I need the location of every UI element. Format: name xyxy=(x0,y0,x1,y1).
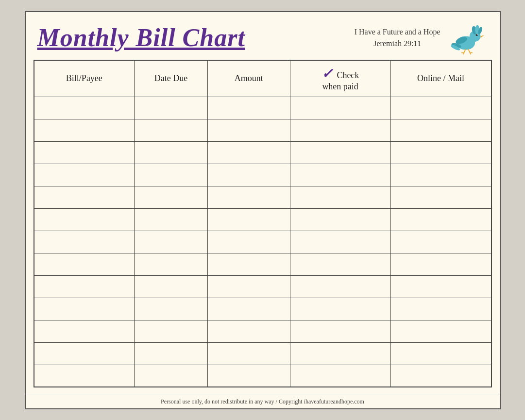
svg-marker-2 xyxy=(480,34,484,37)
table-cell[interactable] xyxy=(390,186,491,208)
table-cell[interactable] xyxy=(207,164,290,186)
table-cell[interactable] xyxy=(290,97,390,119)
table-cell[interactable] xyxy=(390,365,491,387)
page-title: Monthly Bill Chart xyxy=(37,23,245,52)
table-body xyxy=(34,97,491,387)
table-cell[interactable] xyxy=(34,119,135,141)
table-cell[interactable] xyxy=(135,275,208,298)
table-cell[interactable] xyxy=(390,298,491,320)
tagline: I Have a Future and a Hope Jeremiah 29:1… xyxy=(355,26,440,50)
table-cell[interactable] xyxy=(290,253,390,275)
table-cell[interactable] xyxy=(135,164,208,186)
table-cell[interactable] xyxy=(390,275,491,298)
table-cell[interactable] xyxy=(290,342,390,365)
table-cell[interactable] xyxy=(207,231,290,253)
table-cell[interactable] xyxy=(207,208,290,231)
table-cell[interactable] xyxy=(207,119,290,141)
table-cell[interactable] xyxy=(135,208,208,231)
table-cell[interactable] xyxy=(207,320,290,342)
table-cell[interactable] xyxy=(390,141,491,164)
table-cell[interactable] xyxy=(135,342,208,365)
table-cell[interactable] xyxy=(390,231,491,253)
svg-point-3 xyxy=(475,34,477,35)
table-row xyxy=(34,141,491,164)
footer-text: Personal use only, do not redistribute i… xyxy=(161,398,364,405)
bill-table: Bill/Payee Date Due Amount ✓ Checkwhen p… xyxy=(34,60,492,388)
table-cell[interactable] xyxy=(290,119,390,141)
check-mark-icon: ✓ xyxy=(322,66,333,81)
table-cell[interactable] xyxy=(34,208,135,231)
table-cell[interactable] xyxy=(207,365,290,387)
col-header-amount: Amount xyxy=(207,60,290,97)
table-cell[interactable] xyxy=(34,141,135,164)
table-cell[interactable] xyxy=(290,298,390,320)
table-cell[interactable] xyxy=(135,365,208,387)
table-cell[interactable] xyxy=(34,253,135,275)
bird-icon xyxy=(449,21,488,55)
page: Monthly Bill Chart I Have a Future and a… xyxy=(25,11,501,409)
table-row xyxy=(34,186,491,208)
svg-point-4 xyxy=(476,34,477,35)
table-cell[interactable] xyxy=(390,320,491,342)
footer: Personal use only, do not redistribute i… xyxy=(26,394,500,408)
header: Monthly Bill Chart I Have a Future and a… xyxy=(26,12,500,60)
table-cell[interactable] xyxy=(390,164,491,186)
table-cell[interactable] xyxy=(135,231,208,253)
table-row xyxy=(34,164,491,186)
table-row xyxy=(34,97,491,119)
col-header-check: ✓ Checkwhen paid xyxy=(290,60,390,97)
table-row xyxy=(34,365,491,387)
table-cell[interactable] xyxy=(135,320,208,342)
table-cell[interactable] xyxy=(207,342,290,365)
table-cell[interactable] xyxy=(290,186,390,208)
table-cell[interactable] xyxy=(207,186,290,208)
table-cell[interactable] xyxy=(290,231,390,253)
table-cell[interactable] xyxy=(34,342,135,365)
table-row xyxy=(34,231,491,253)
col-header-date: Date Due xyxy=(135,60,208,97)
table-row xyxy=(34,253,491,275)
table-row xyxy=(34,298,491,320)
table-cell[interactable] xyxy=(390,342,491,365)
table-cell[interactable] xyxy=(390,97,491,119)
table-row xyxy=(34,208,491,231)
table-cell[interactable] xyxy=(290,320,390,342)
table-cell[interactable] xyxy=(135,253,208,275)
svg-line-12 xyxy=(468,49,470,52)
table-cell[interactable] xyxy=(290,141,390,164)
table-cell[interactable] xyxy=(135,119,208,141)
table-cell[interactable] xyxy=(135,186,208,208)
table-cell[interactable] xyxy=(207,275,290,298)
table-cell[interactable] xyxy=(390,208,491,231)
header-right: I Have a Future and a Hope Jeremiah 29:1… xyxy=(355,21,488,55)
table-row xyxy=(34,342,491,365)
table-row xyxy=(34,275,491,298)
table-cell[interactable] xyxy=(135,97,208,119)
table-cell[interactable] xyxy=(34,97,135,119)
table-cell[interactable] xyxy=(135,298,208,320)
table-cell[interactable] xyxy=(207,253,290,275)
table-cell[interactable] xyxy=(34,186,135,208)
table-cell[interactable] xyxy=(207,141,290,164)
table-cell[interactable] xyxy=(290,164,390,186)
table-cell[interactable] xyxy=(207,298,290,320)
table-cell[interactable] xyxy=(34,275,135,298)
table-cell[interactable] xyxy=(290,208,390,231)
col-header-online: Online / Mail xyxy=(390,60,491,97)
table-cell[interactable] xyxy=(34,298,135,320)
table-cell[interactable] xyxy=(34,164,135,186)
table-cell[interactable] xyxy=(390,253,491,275)
table-cell[interactable] xyxy=(34,365,135,387)
table-cell[interactable] xyxy=(34,231,135,253)
table-wrapper: Bill/Payee Date Due Amount ✓ Checkwhen p… xyxy=(26,60,500,390)
table-cell[interactable] xyxy=(34,320,135,342)
table-cell[interactable] xyxy=(135,141,208,164)
table-cell[interactable] xyxy=(290,275,390,298)
table-row xyxy=(34,119,491,141)
col-header-bill: Bill/Payee xyxy=(34,60,135,97)
table-row xyxy=(34,320,491,342)
table-cell[interactable] xyxy=(390,119,491,141)
table-cell[interactable] xyxy=(207,97,290,119)
table-header-row: Bill/Payee Date Due Amount ✓ Checkwhen p… xyxy=(34,60,491,97)
table-cell[interactable] xyxy=(290,365,390,387)
